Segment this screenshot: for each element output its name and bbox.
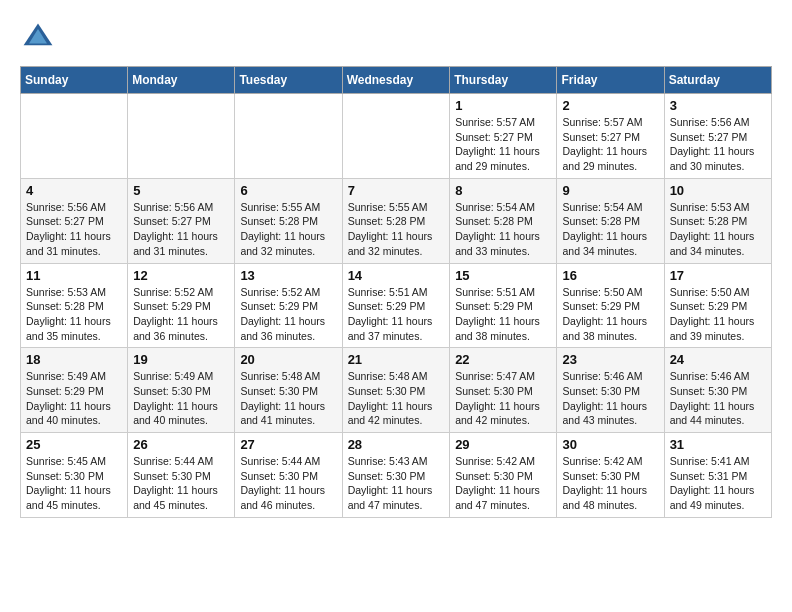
calendar-cell: 8Sunrise: 5:54 AM Sunset: 5:28 PM Daylig…	[450, 178, 557, 263]
day-number: 14	[348, 268, 445, 283]
calendar-cell: 15Sunrise: 5:51 AM Sunset: 5:29 PM Dayli…	[450, 263, 557, 348]
day-info: Sunrise: 5:50 AM Sunset: 5:29 PM Dayligh…	[670, 285, 766, 344]
weekday-header: Tuesday	[235, 67, 342, 94]
day-info: Sunrise: 5:53 AM Sunset: 5:28 PM Dayligh…	[26, 285, 122, 344]
day-info: Sunrise: 5:42 AM Sunset: 5:30 PM Dayligh…	[455, 454, 551, 513]
day-info: Sunrise: 5:53 AM Sunset: 5:28 PM Dayligh…	[670, 200, 766, 259]
calendar-cell	[21, 94, 128, 179]
calendar-cell: 1Sunrise: 5:57 AM Sunset: 5:27 PM Daylig…	[450, 94, 557, 179]
calendar-cell: 9Sunrise: 5:54 AM Sunset: 5:28 PM Daylig…	[557, 178, 664, 263]
day-number: 19	[133, 352, 229, 367]
calendar-cell: 25Sunrise: 5:45 AM Sunset: 5:30 PM Dayli…	[21, 433, 128, 518]
day-number: 2	[562, 98, 658, 113]
day-number: 4	[26, 183, 122, 198]
day-number: 22	[455, 352, 551, 367]
weekday-header: Friday	[557, 67, 664, 94]
calendar-cell: 23Sunrise: 5:46 AM Sunset: 5:30 PM Dayli…	[557, 348, 664, 433]
weekday-header: Monday	[128, 67, 235, 94]
day-number: 9	[562, 183, 658, 198]
calendar-cell: 26Sunrise: 5:44 AM Sunset: 5:30 PM Dayli…	[128, 433, 235, 518]
day-info: Sunrise: 5:56 AM Sunset: 5:27 PM Dayligh…	[26, 200, 122, 259]
day-info: Sunrise: 5:56 AM Sunset: 5:27 PM Dayligh…	[133, 200, 229, 259]
calendar-cell: 5Sunrise: 5:56 AM Sunset: 5:27 PM Daylig…	[128, 178, 235, 263]
day-info: Sunrise: 5:54 AM Sunset: 5:28 PM Dayligh…	[562, 200, 658, 259]
day-number: 16	[562, 268, 658, 283]
day-number: 7	[348, 183, 445, 198]
calendar-cell: 17Sunrise: 5:50 AM Sunset: 5:29 PM Dayli…	[664, 263, 771, 348]
day-number: 28	[348, 437, 445, 452]
calendar-cell: 3Sunrise: 5:56 AM Sunset: 5:27 PM Daylig…	[664, 94, 771, 179]
weekday-header: Saturday	[664, 67, 771, 94]
calendar-cell: 30Sunrise: 5:42 AM Sunset: 5:30 PM Dayli…	[557, 433, 664, 518]
day-number: 21	[348, 352, 445, 367]
day-number: 17	[670, 268, 766, 283]
calendar-cell: 24Sunrise: 5:46 AM Sunset: 5:30 PM Dayli…	[664, 348, 771, 433]
calendar-cell: 29Sunrise: 5:42 AM Sunset: 5:30 PM Dayli…	[450, 433, 557, 518]
day-number: 31	[670, 437, 766, 452]
day-info: Sunrise: 5:55 AM Sunset: 5:28 PM Dayligh…	[240, 200, 336, 259]
calendar-week-row: 11Sunrise: 5:53 AM Sunset: 5:28 PM Dayli…	[21, 263, 772, 348]
day-info: Sunrise: 5:57 AM Sunset: 5:27 PM Dayligh…	[455, 115, 551, 174]
day-info: Sunrise: 5:52 AM Sunset: 5:29 PM Dayligh…	[133, 285, 229, 344]
day-number: 15	[455, 268, 551, 283]
day-info: Sunrise: 5:45 AM Sunset: 5:30 PM Dayligh…	[26, 454, 122, 513]
calendar-cell: 16Sunrise: 5:50 AM Sunset: 5:29 PM Dayli…	[557, 263, 664, 348]
day-info: Sunrise: 5:57 AM Sunset: 5:27 PM Dayligh…	[562, 115, 658, 174]
calendar-cell: 31Sunrise: 5:41 AM Sunset: 5:31 PM Dayli…	[664, 433, 771, 518]
day-info: Sunrise: 5:49 AM Sunset: 5:30 PM Dayligh…	[133, 369, 229, 428]
day-info: Sunrise: 5:54 AM Sunset: 5:28 PM Dayligh…	[455, 200, 551, 259]
day-info: Sunrise: 5:44 AM Sunset: 5:30 PM Dayligh…	[240, 454, 336, 513]
calendar-cell: 6Sunrise: 5:55 AM Sunset: 5:28 PM Daylig…	[235, 178, 342, 263]
calendar-cell: 7Sunrise: 5:55 AM Sunset: 5:28 PM Daylig…	[342, 178, 450, 263]
calendar-week-row: 1Sunrise: 5:57 AM Sunset: 5:27 PM Daylig…	[21, 94, 772, 179]
day-number: 29	[455, 437, 551, 452]
day-info: Sunrise: 5:51 AM Sunset: 5:29 PM Dayligh…	[348, 285, 445, 344]
day-info: Sunrise: 5:55 AM Sunset: 5:28 PM Dayligh…	[348, 200, 445, 259]
calendar-cell: 21Sunrise: 5:48 AM Sunset: 5:30 PM Dayli…	[342, 348, 450, 433]
calendar-cell: 10Sunrise: 5:53 AM Sunset: 5:28 PM Dayli…	[664, 178, 771, 263]
calendar-cell: 4Sunrise: 5:56 AM Sunset: 5:27 PM Daylig…	[21, 178, 128, 263]
weekday-header: Sunday	[21, 67, 128, 94]
day-number: 20	[240, 352, 336, 367]
day-number: 25	[26, 437, 122, 452]
calendar-cell: 2Sunrise: 5:57 AM Sunset: 5:27 PM Daylig…	[557, 94, 664, 179]
calendar-cell	[342, 94, 450, 179]
calendar-table: SundayMondayTuesdayWednesdayThursdayFrid…	[20, 66, 772, 518]
calendar-cell: 13Sunrise: 5:52 AM Sunset: 5:29 PM Dayli…	[235, 263, 342, 348]
day-info: Sunrise: 5:50 AM Sunset: 5:29 PM Dayligh…	[562, 285, 658, 344]
day-info: Sunrise: 5:43 AM Sunset: 5:30 PM Dayligh…	[348, 454, 445, 513]
day-info: Sunrise: 5:46 AM Sunset: 5:30 PM Dayligh…	[562, 369, 658, 428]
calendar-cell: 18Sunrise: 5:49 AM Sunset: 5:29 PM Dayli…	[21, 348, 128, 433]
day-info: Sunrise: 5:41 AM Sunset: 5:31 PM Dayligh…	[670, 454, 766, 513]
day-info: Sunrise: 5:56 AM Sunset: 5:27 PM Dayligh…	[670, 115, 766, 174]
day-number: 11	[26, 268, 122, 283]
day-number: 26	[133, 437, 229, 452]
day-info: Sunrise: 5:48 AM Sunset: 5:30 PM Dayligh…	[348, 369, 445, 428]
page-header	[20, 20, 772, 56]
day-info: Sunrise: 5:47 AM Sunset: 5:30 PM Dayligh…	[455, 369, 551, 428]
calendar-cell: 22Sunrise: 5:47 AM Sunset: 5:30 PM Dayli…	[450, 348, 557, 433]
day-info: Sunrise: 5:46 AM Sunset: 5:30 PM Dayligh…	[670, 369, 766, 428]
day-number: 30	[562, 437, 658, 452]
day-number: 6	[240, 183, 336, 198]
day-info: Sunrise: 5:44 AM Sunset: 5:30 PM Dayligh…	[133, 454, 229, 513]
day-number: 23	[562, 352, 658, 367]
calendar-week-row: 25Sunrise: 5:45 AM Sunset: 5:30 PM Dayli…	[21, 433, 772, 518]
logo	[20, 20, 60, 56]
day-info: Sunrise: 5:42 AM Sunset: 5:30 PM Dayligh…	[562, 454, 658, 513]
weekday-header: Thursday	[450, 67, 557, 94]
logo-icon	[20, 20, 56, 56]
day-number: 3	[670, 98, 766, 113]
day-number: 10	[670, 183, 766, 198]
day-number: 13	[240, 268, 336, 283]
calendar-cell: 12Sunrise: 5:52 AM Sunset: 5:29 PM Dayli…	[128, 263, 235, 348]
day-number: 12	[133, 268, 229, 283]
calendar-cell: 11Sunrise: 5:53 AM Sunset: 5:28 PM Dayli…	[21, 263, 128, 348]
calendar-body: 1Sunrise: 5:57 AM Sunset: 5:27 PM Daylig…	[21, 94, 772, 518]
calendar-cell: 14Sunrise: 5:51 AM Sunset: 5:29 PM Dayli…	[342, 263, 450, 348]
calendar-week-row: 4Sunrise: 5:56 AM Sunset: 5:27 PM Daylig…	[21, 178, 772, 263]
calendar-cell: 27Sunrise: 5:44 AM Sunset: 5:30 PM Dayli…	[235, 433, 342, 518]
calendar-cell: 20Sunrise: 5:48 AM Sunset: 5:30 PM Dayli…	[235, 348, 342, 433]
day-info: Sunrise: 5:48 AM Sunset: 5:30 PM Dayligh…	[240, 369, 336, 428]
day-number: 8	[455, 183, 551, 198]
